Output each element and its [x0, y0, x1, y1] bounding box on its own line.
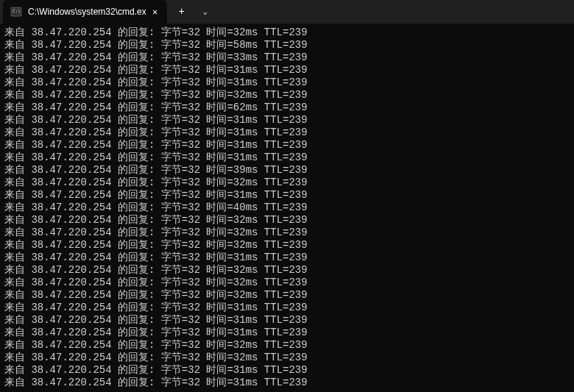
ping-line: 来自 38.47.220.254 的回复: 字节=32 时间=31ms TTL=…: [4, 302, 570, 314]
svg-text:C:\: C:\: [13, 8, 21, 13]
titlebar: C:\ C:\Windows\system32\cmd.ex ✕ + ⌄: [0, 0, 574, 24]
ping-line: 来自 38.47.220.254 的回复: 字节=32 时间=31ms TTL=…: [4, 114, 570, 126]
ping-line: 来自 38.47.220.254 的回复: 字节=32 时间=58ms TTL=…: [4, 39, 570, 51]
ping-line: 来自 38.47.220.254 的回复: 字节=32 时间=31ms TTL=…: [4, 314, 570, 327]
ping-line: 来自 38.47.220.254 的回复: 字节=32 时间=31ms TTL=…: [4, 327, 570, 339]
ping-line: 来自 38.47.220.254 的回复: 字节=32 时间=32ms TTL=…: [4, 264, 570, 277]
ping-line: 来自 38.47.220.254 的回复: 字节=32 时间=39ms TTL=…: [4, 164, 570, 177]
ping-line: 来自 38.47.220.254 的回复: 字节=32 时间=31ms TTL=…: [4, 377, 570, 389]
ping-line: 来自 38.47.220.254 的回复: 字节=32 时间=32ms TTL=…: [4, 177, 570, 189]
terminal-output[interactable]: 来自 38.47.220.254 的回复: 字节=32 时间=32ms TTL=…: [0, 24, 574, 392]
ping-line: 来自 38.47.220.254 的回复: 字节=32 时间=32ms TTL=…: [4, 89, 570, 101]
tab-cmd[interactable]: C:\ C:\Windows\system32\cmd.ex ✕: [3, 0, 167, 24]
ping-line: 来自 38.47.220.254 的回复: 字节=32 时间=31ms TTL=…: [4, 189, 570, 202]
close-icon[interactable]: ✕: [149, 6, 161, 18]
ping-line: 来自 38.47.220.254 的回复: 字节=32 时间=32ms TTL=…: [4, 214, 570, 227]
ping-line: 来自 38.47.220.254 的回复: 字节=32 时间=40ms TTL=…: [4, 202, 570, 214]
ping-line: 来自 38.47.220.254 的回复: 字节=32 时间=31ms TTL=…: [4, 126, 570, 139]
ping-line: 来自 38.47.220.254 的回复: 字节=32 时间=31ms TTL=…: [4, 364, 570, 377]
cmd-icon: C:\: [10, 6, 22, 18]
ping-line: 来自 38.47.220.254 的回复: 字节=32 时间=31ms TTL=…: [4, 139, 570, 152]
ping-line: 来自 38.47.220.254 的回复: 字节=32 时间=32ms TTL=…: [4, 289, 570, 302]
ping-line: 来自 38.47.220.254 的回复: 字节=32 时间=31ms TTL=…: [4, 252, 570, 264]
new-tab-button[interactable]: +: [170, 0, 194, 24]
tab-title: C:\Windows\system32\cmd.ex: [28, 7, 146, 17]
ping-line: 来自 38.47.220.254 的回复: 字节=32 时间=32ms TTL=…: [4, 227, 570, 239]
ping-line: 来自 38.47.220.254 的回复: 字节=32 时间=32ms TTL=…: [4, 352, 570, 364]
ping-line: 来自 38.47.220.254 的回复: 字节=32 时间=32ms TTL=…: [4, 277, 570, 289]
ping-line: 来自 38.47.220.254 的回复: 字节=32 时间=32ms TTL=…: [4, 239, 570, 252]
dropdown-icon[interactable]: ⌄: [194, 0, 217, 24]
ping-line: 来自 38.47.220.254 的回复: 字节=32 时间=31ms TTL=…: [4, 76, 570, 89]
ping-line: 来自 38.47.220.254 的回复: 字节=32 时间=62ms TTL=…: [4, 101, 570, 114]
ping-line: 来自 38.47.220.254 的回复: 字节=32 时间=31ms TTL=…: [4, 64, 570, 76]
ping-line: 来自 38.47.220.254 的回复: 字节=32 时间=32ms TTL=…: [4, 26, 570, 39]
ping-line: 来自 38.47.220.254 的回复: 字节=32 时间=32ms TTL=…: [4, 339, 570, 352]
ping-line: 来自 38.47.220.254 的回复: 字节=32 时间=31ms TTL=…: [4, 152, 570, 164]
ping-line: 来自 38.47.220.254 的回复: 字节=32 时间=33ms TTL=…: [4, 51, 570, 64]
